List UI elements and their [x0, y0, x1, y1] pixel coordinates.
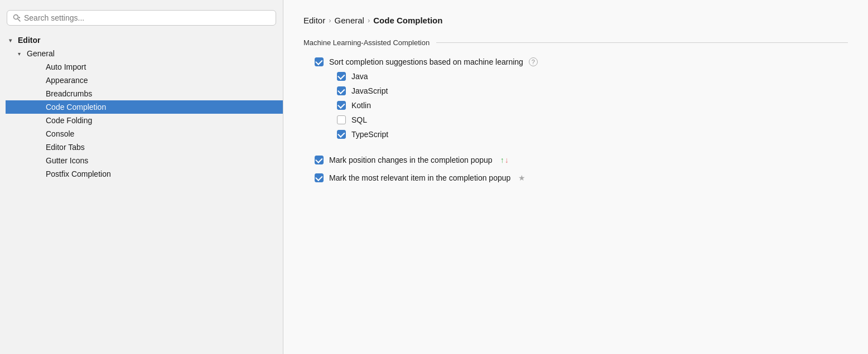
search-input[interactable] [24, 13, 270, 22]
checkbox-mark-relevant[interactable] [315, 173, 324, 182]
arrow-down-icon: ↓ [505, 156, 509, 164]
checkbox-sql[interactable] [337, 115, 346, 124]
label-typescript: TypeScript [351, 130, 388, 139]
option-row-sql: SQL [303, 113, 848, 127]
option-row-kotlin: Kotlin [303, 98, 848, 113]
sidebar-item-general[interactable]: ▾ General [6, 47, 283, 60]
main-content: Editor › General › Code Completion Machi… [283, 0, 868, 354]
option-row-mark-position: Mark position changes in the completion … [303, 153, 848, 167]
search-icon [13, 14, 21, 22]
help-icon-sort-ml[interactable]: ? [529, 57, 538, 66]
breadcrumb-editor: Editor [303, 16, 325, 25]
label-mark-position: Mark position changes in the completion … [329, 156, 493, 164]
label-java: Java [351, 72, 368, 81]
sidebar-item-code-folding[interactable]: Code Folding [6, 114, 283, 127]
checkbox-sort-ml[interactable] [315, 57, 324, 66]
checkbox-mark-position[interactable] [315, 156, 324, 164]
sidebar-item-code-completion[interactable]: Code Completion [6, 100, 283, 114]
sidebar-item-appearance[interactable]: Appearance [6, 74, 283, 87]
breadcrumb-sep-2: › [368, 16, 370, 25]
option-row-mark-relevant: Mark the most relevant item in the compl… [303, 171, 848, 185]
breadcrumb-sep-1: › [329, 16, 331, 25]
svg-line-1 [18, 19, 20, 21]
option-row-typescript: TypeScript [303, 127, 848, 142]
label-kotlin: Kotlin [351, 101, 371, 110]
checkbox-kotlin[interactable] [337, 101, 346, 110]
ml-options: Sort completion suggestions based on mac… [303, 55, 848, 142]
sidebar-item-editor-tabs[interactable]: Editor Tabs [6, 140, 283, 154]
label-javascript: JavaScript [351, 86, 388, 95]
sidebar-item-console[interactable]: Console [6, 127, 283, 140]
search-bar[interactable] [7, 10, 276, 26]
breadcrumb-current: Code Completion [373, 16, 442, 25]
breadcrumb-general: General [335, 16, 364, 25]
label-sort-ml: Sort completion suggestions based on mac… [329, 57, 523, 66]
checkbox-java[interactable] [337, 72, 346, 81]
sidebar-item-gutter-icons[interactable]: Gutter Icons [6, 154, 283, 167]
label-sql: SQL [351, 115, 367, 124]
breadcrumb: Editor › General › Code Completion [303, 16, 848, 25]
sidebar-item-editor[interactable]: ▾ Editor [6, 33, 283, 47]
option-row-java: Java [303, 69, 848, 84]
sidebar-item-breadcrumbs[interactable]: Breadcrumbs [6, 87, 283, 100]
expand-arrow-editor: ▾ [9, 37, 18, 43]
sidebar: ▾ Editor ▾ General Auto Import Appearanc… [0, 0, 283, 354]
arrow-up-icon: ↑ [500, 156, 504, 164]
expand-arrow-general: ▾ [18, 51, 27, 57]
section-title-ml: Machine Learning-Assisted Completion [303, 38, 848, 47]
nav-tree: ▾ Editor ▾ General Auto Import Appearanc… [0, 33, 283, 354]
star-icon: ★ [518, 173, 525, 182]
sidebar-item-postfix-completion[interactable]: Postfix Completion [6, 167, 283, 181]
sidebar-item-auto-import[interactable]: Auto Import [6, 60, 283, 74]
option-row-javascript: JavaScript [303, 84, 848, 98]
label-mark-relevant: Mark the most relevant item in the compl… [329, 173, 510, 182]
checkbox-javascript[interactable] [337, 86, 346, 95]
position-arrows: ↑ ↓ [500, 156, 509, 164]
checkbox-typescript[interactable] [337, 130, 346, 139]
option-row-sort-ml: Sort completion suggestions based on mac… [303, 55, 848, 69]
